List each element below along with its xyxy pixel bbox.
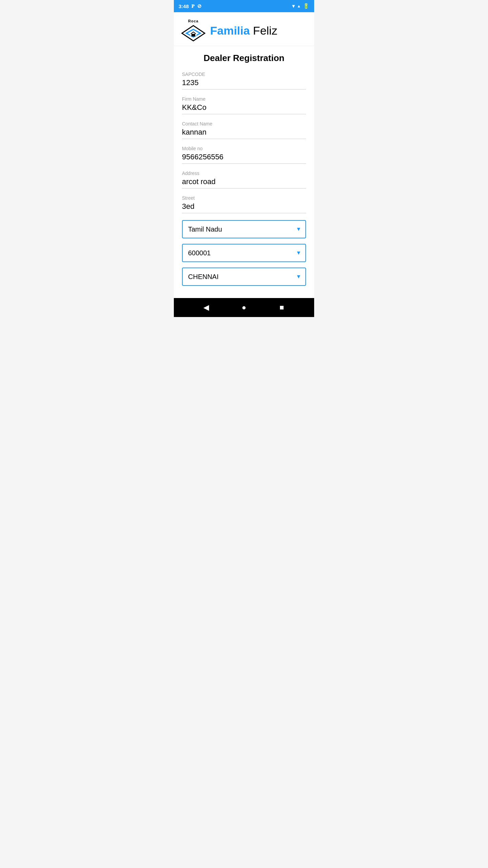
state-group: Tamil Nadu Karnataka Maharashtra Delhi ▼ [182,220,306,238]
pincode-group: 600001 600002 600003 ▼ [182,244,306,262]
time-display: 3:48 [179,3,189,9]
city-group: CHENNAI MUMBAI DELHI BANGALORE ▼ [182,268,306,286]
wifi-icon: ▾ [292,3,295,9]
city-dropdown-wrapper: CHENNAI MUMBAI DELHI BANGALORE ▼ [182,268,306,286]
sapcode-group: SAPCODE 1235 [182,72,306,90]
p-icon: 𝐏 [191,3,195,9]
firmname-value[interactable]: KK&Co [182,103,306,114]
logo-icon: Roca [181,19,206,42]
main-content: Roca Familia Feliz Dealer Registration S… [174,12,314,298]
address-group: Address arcot road [182,171,306,189]
street-label: Street [182,195,306,201]
firmname-group: Firm Name KK&Co [182,96,306,114]
donut-icon: ⊘ [197,3,202,9]
form-section: Dealer Registration SAPCODE 1235 Firm Na… [174,46,314,298]
address-value[interactable]: arcot road [182,177,306,189]
address-label: Address [182,171,306,176]
status-bar: 3:48 𝐏 ⊘ ▾ ▲ 🔋 [174,0,314,12]
back-button[interactable]: ◀ [200,301,213,314]
home-button[interactable]: ● [237,301,251,314]
page-title: Dealer Registration [182,53,306,63]
recent-button[interactable]: ■ [275,301,288,314]
street-value[interactable]: 3ed [182,202,306,213]
app-title: Familia Feliz [210,24,277,37]
svg-rect-4 [191,34,195,37]
mobileno-group: Mobile no 9566256556 [182,146,306,164]
pincode-dropdown[interactable]: 600001 600002 600003 [182,244,306,262]
street-group: Street 3ed [182,195,306,213]
sapcode-label: SAPCODE [182,72,306,77]
bottom-nav: ◀ ● ■ [174,298,314,317]
sapcode-value[interactable]: 1235 [182,78,306,90]
signal-icon: ▲ [297,4,301,8]
contactname-value[interactable]: kannan [182,128,306,139]
roca-logo-svg [181,24,206,42]
contactname-label: Contact Name [182,121,306,126]
pincode-dropdown-wrapper: 600001 600002 600003 ▼ [182,244,306,262]
firmname-label: Firm Name [182,96,306,102]
city-dropdown[interactable]: CHENNAI MUMBAI DELHI BANGALORE [182,268,306,286]
title-feliz: Feliz [250,24,277,37]
mobileno-label: Mobile no [182,146,306,151]
logo-section: Roca Familia Feliz [174,12,314,46]
state-dropdown-wrapper: Tamil Nadu Karnataka Maharashtra Delhi ▼ [182,220,306,238]
contactname-group: Contact Name kannan [182,121,306,139]
battery-icon: 🔋 [303,3,309,9]
status-bar-right: ▾ ▲ 🔋 [292,3,309,9]
status-bar-left: 3:48 𝐏 ⊘ [179,3,202,9]
state-dropdown[interactable]: Tamil Nadu Karnataka Maharashtra Delhi [182,220,306,238]
brand-name: Roca [188,19,199,23]
mobileno-value[interactable]: 9566256556 [182,153,306,164]
title-familia: Familia [210,24,250,37]
